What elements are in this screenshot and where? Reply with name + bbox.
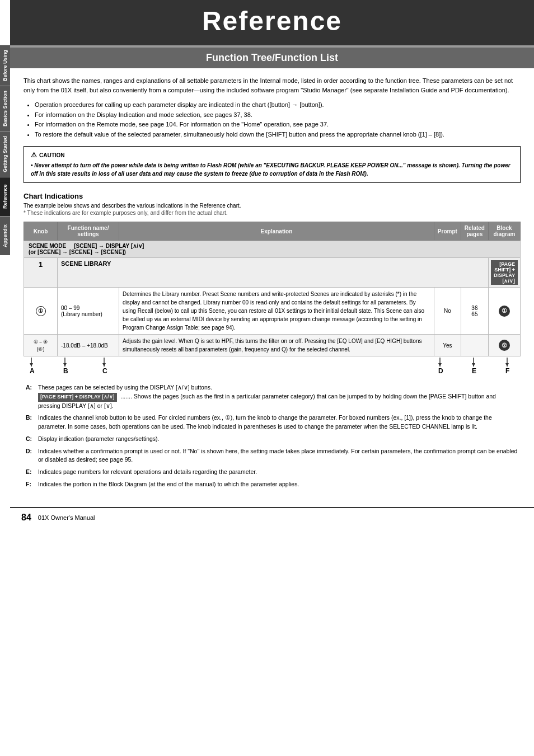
- left-arrows: A B C: [26, 358, 138, 374]
- row1-explanation: Determines the Library number. Preset Sc…: [119, 288, 434, 335]
- reference-table: Knob Function name/ settings Explanation…: [24, 222, 521, 356]
- right-arrows: D E F: [429, 358, 518, 374]
- left-bracket-svg: A B C: [26, 358, 138, 374]
- th-related-pages: Related pages: [461, 222, 488, 241]
- scene-library-number: 1: [24, 258, 58, 288]
- th-knob: Knob: [24, 222, 58, 241]
- table-row: ①－⑧ (⑥) -18.0dB – +18.0dB Adjusts the ga…: [24, 335, 521, 356]
- th-prompt: Prompt: [434, 222, 461, 241]
- bullet-item: For information on the Display Indicatio…: [35, 110, 521, 120]
- th-explanation: Explanation: [119, 222, 434, 241]
- svg-marker-12: [438, 363, 442, 367]
- scene-library-row: 1 SCENE LIBRARY [PAGE SHIFT] + DISPLAY […: [24, 258, 521, 288]
- chart-subtitle: The example below shows and describes th…: [24, 203, 521, 209]
- svg-text:D: D: [438, 367, 443, 374]
- chart-section: Chart Indications The example below show…: [24, 192, 521, 489]
- scene-library-label: SCENE LIBRARY: [58, 258, 489, 288]
- annotation-c: C: Display indication (parameter ranges/…: [26, 435, 518, 444]
- sidebar-item-getting-started[interactable]: Getting Started: [0, 131, 10, 177]
- annotation-b: B: Indicates the channel knob button to …: [26, 414, 518, 431]
- block-circle-2: ②: [499, 340, 510, 351]
- svg-text:E: E: [472, 367, 476, 374]
- caution-text: • Never attempt to turn off the power wh…: [31, 161, 513, 178]
- svg-marker-5: [102, 363, 106, 367]
- page-shift-inline-badge: [PAGE SHIFT] + DISPLAY [∧/∨]: [38, 393, 117, 402]
- page-title: Reference: [21, 6, 523, 36]
- annotation-f-label: F:: [26, 480, 36, 489]
- annotation-d-content: Indicates whether a confirmation prompt …: [38, 447, 518, 465]
- svg-marker-14: [505, 363, 509, 367]
- row1-prompt: No: [434, 288, 461, 335]
- caution-label: CAUTION: [39, 152, 65, 158]
- bullet-item: For information on the Remote mode, see …: [35, 120, 521, 130]
- section-title-bar: Function Tree/Function List: [10, 48, 534, 68]
- side-tabs: Before Using Basics Section Getting Star…: [0, 45, 10, 255]
- chart-note: * These indications are for example purp…: [24, 210, 521, 216]
- annotation-e-content: Indicates page numbers for relevant oper…: [38, 468, 518, 477]
- page-shift-badge: [PAGE SHIFT] + DISPLAY [∧/∨]: [491, 260, 518, 285]
- annotation-c-content: Display indication (parameter ranges/set…: [38, 435, 518, 444]
- caution-title: CAUTION: [31, 151, 513, 159]
- row2-related: [461, 335, 488, 356]
- annotation-f-content: Indicates the portion in the Block Diagr…: [38, 480, 518, 489]
- th-block-diagram: Block diagram: [488, 222, 520, 241]
- scene-mode-label: SCENE MODE: [29, 243, 66, 249]
- section-title: Function Tree/Function List: [21, 52, 523, 64]
- knob-circle-1: ①: [36, 306, 46, 316]
- bullet-item: Operation procedures for calling up each…: [35, 100, 521, 110]
- svg-marker-3: [30, 363, 33, 367]
- annotation-d-label: D:: [26, 447, 36, 456]
- scene-mode-cell: SCENE MODE [SCENE] → DISPLAY [∧/∨] (or […: [24, 241, 521, 258]
- arrow-row: A B C D: [24, 356, 521, 374]
- svg-text:A: A: [30, 367, 35, 374]
- chart-indications-title: Chart Indications: [24, 192, 521, 200]
- scene-mode-row: SCENE MODE [SCENE] → DISPLAY [∧/∨] (or […: [24, 241, 521, 258]
- intro-text: This chart shows the names, ranges and e…: [24, 76, 521, 95]
- row1-block: ①: [488, 288, 520, 335]
- svg-text:C: C: [102, 367, 107, 374]
- page-header: Reference: [10, 0, 534, 48]
- row1-related: 36 65: [461, 288, 488, 335]
- row1-function: 00 – 99 (Library number): [58, 288, 119, 335]
- page-shift-badge-cell: [PAGE SHIFT] + DISPLAY [∧/∨]: [488, 258, 520, 288]
- svg-text:B: B: [63, 367, 68, 374]
- bullet-item: To restore the default value of the sele…: [35, 130, 521, 140]
- annotation-f: F: Indicates the portion in the Block Di…: [26, 480, 518, 489]
- annotation-e-label: E:: [26, 468, 36, 477]
- body-content: This chart shows the names, ranges and e…: [10, 68, 534, 498]
- scene-mode-nav: [SCENE] → DISPLAY [∧/∨]: [74, 243, 144, 249]
- annotation-c-label: C:: [26, 435, 36, 444]
- svg-marker-4: [63, 363, 67, 367]
- sidebar-item-appendix[interactable]: Appendix: [0, 216, 10, 255]
- sidebar-item-before-using[interactable]: Before Using: [0, 45, 10, 86]
- page-number: 84: [21, 513, 31, 523]
- svg-text:F: F: [505, 367, 509, 374]
- annotation-d: D: Indicates whether a confirmation prom…: [26, 447, 518, 465]
- footer-text: 01X Owner's Manual: [38, 514, 95, 521]
- sidebar-item-basics-section[interactable]: Basics Section: [0, 86, 10, 131]
- row1-knob: ①: [24, 288, 58, 335]
- annotation-b-label: B:: [26, 414, 36, 422]
- annotation-a-content: These pages can be selected by using the…: [38, 383, 518, 410]
- sidebar-item-reference[interactable]: Reference: [0, 177, 10, 216]
- row2-knob: ①－⑧ (⑥): [24, 335, 58, 356]
- annotation-e: E: Indicates page numbers for relevant o…: [26, 468, 518, 477]
- table-row: ① 00 – 99 (Library number) Determines th…: [24, 288, 521, 335]
- scene-mode-alt: (or [SCENE] → [SCENE] → [SCENE]): [29, 249, 126, 255]
- caution-box: CAUTION • Never attempt to turn off the …: [24, 146, 521, 183]
- annotation-a: A: These pages can be selected by using …: [26, 383, 518, 410]
- annotations: A: These pages can be selected by using …: [24, 383, 521, 489]
- th-function: Function name/ settings: [58, 222, 119, 241]
- page-footer: 84 01X Owner's Manual: [10, 507, 534, 527]
- main-content: Reference Function Tree/Function List Th…: [10, 0, 534, 527]
- row2-block: ②: [488, 335, 520, 356]
- svg-marker-13: [472, 363, 475, 367]
- bullet-list: Operation procedures for calling up each…: [35, 100, 521, 139]
- annotation-b-content: Indicates the channel knob button to be …: [38, 414, 518, 431]
- block-circle-1: ①: [499, 306, 510, 317]
- annotation-a-label: A:: [26, 383, 36, 392]
- right-bracket-svg: D E F: [429, 358, 518, 374]
- row2-function: -18.0dB – +18.0dB: [58, 335, 119, 356]
- row2-prompt: Yes: [434, 335, 461, 356]
- row2-explanation: Adjusts the gain level. When Q is set to…: [119, 335, 434, 356]
